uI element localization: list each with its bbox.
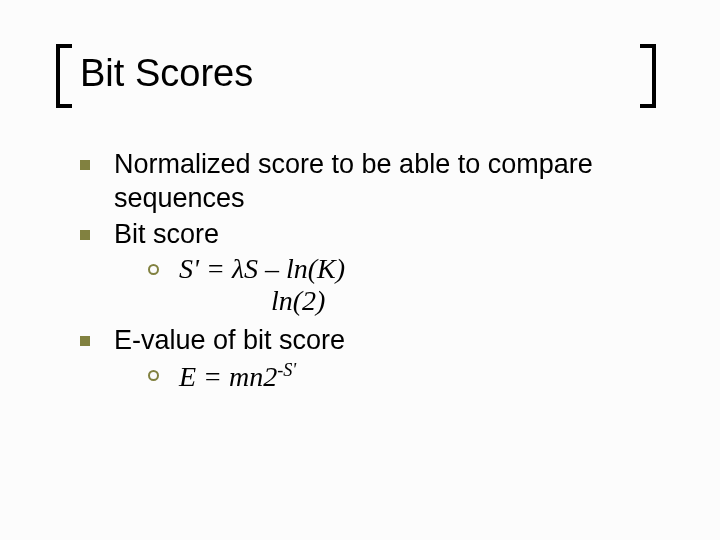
formula: S' = λS – ln(K) ln(2)	[179, 253, 345, 317]
bullet-item: Normalized score to be able to compare s…	[80, 148, 660, 216]
bullet-item: Bit score S' = λS – ln(K) ln(2)	[80, 218, 660, 318]
bullet-text: Bit score S' = λS – ln(K) ln(2)	[114, 218, 660, 318]
formula: E = mn2-S'	[179, 359, 296, 394]
bullet-label: Bit score	[114, 219, 219, 249]
formula-exponent: -S'	[277, 360, 296, 380]
circle-bullet-icon	[148, 370, 159, 381]
square-bullet-icon	[80, 160, 90, 170]
bullet-item: E-value of bit score E = mn2-S'	[80, 324, 660, 395]
formula-line2: ln(2)	[179, 285, 345, 317]
square-bullet-icon	[80, 230, 90, 240]
bullet-text: E-value of bit score E = mn2-S'	[114, 324, 660, 395]
sub-bullet-item: S' = λS – ln(K) ln(2)	[148, 253, 660, 317]
square-bullet-icon	[80, 336, 90, 346]
title-bar: Bit Scores	[56, 44, 656, 108]
bracket-left-icon	[56, 44, 72, 108]
slide-title: Bit Scores	[78, 52, 253, 101]
bracket-right-icon	[640, 44, 656, 108]
formula-line1: S' = λS – ln(K)	[179, 253, 345, 285]
formula-base: E = mn2	[179, 362, 277, 393]
slide-body: Normalized score to be able to compare s…	[80, 148, 660, 397]
slide: Bit Scores Normalized score to be able t…	[0, 0, 720, 540]
circle-bullet-icon	[148, 264, 159, 275]
bullet-label: E-value of bit score	[114, 325, 345, 355]
bullet-text: Normalized score to be able to compare s…	[114, 148, 660, 216]
sub-bullet-item: E = mn2-S'	[148, 359, 660, 394]
